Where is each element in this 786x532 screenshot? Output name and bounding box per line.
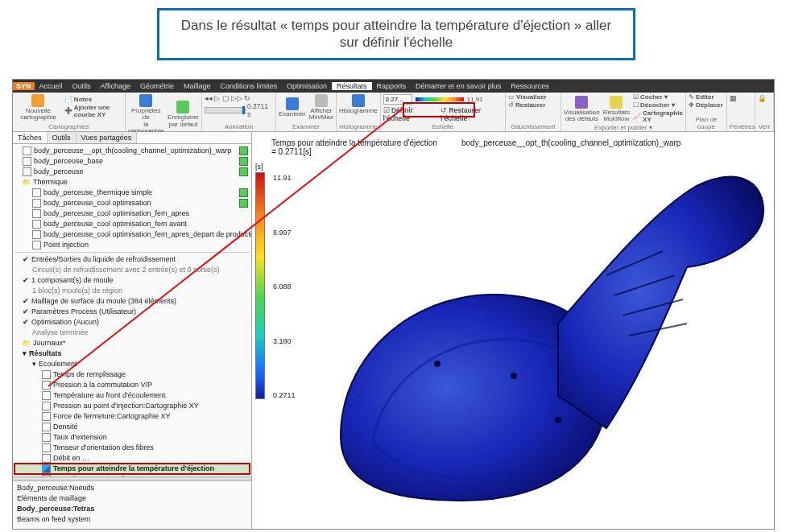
uncheck-button[interactable]: ☐ Décocher ▾ bbox=[633, 102, 683, 109]
ribbon-group-label: Plan de coupe bbox=[689, 116, 724, 130]
minmax-button[interactable]: Afficher Min/Max bbox=[309, 94, 333, 122]
tree-item-ejection-temp-time[interactable]: Temps pour atteindre la température d'éj… bbox=[14, 464, 250, 474]
examine-button[interactable]: Examiner bbox=[279, 97, 306, 118]
study-name-label: body_perceuse__opt_th(cooling_channel_op… bbox=[461, 138, 681, 147]
warp-restore-button[interactable]: ↺ Restaurer bbox=[508, 102, 558, 109]
save-default-button[interactable]: Enregistrer par défaut bbox=[168, 101, 199, 128]
menu-item[interactable]: Conditions limites bbox=[215, 82, 282, 90]
ribbon-group-label: Echelle bbox=[383, 123, 503, 130]
moldflow-results-button[interactable]: Résultats Moldflow bbox=[603, 96, 630, 123]
carto-props-button[interactable]: Propriétés de la cartographie bbox=[128, 94, 164, 135]
ribbon-group-label: Fenêtres bbox=[730, 123, 752, 130]
define-scale-button[interactable]: ☑ Définir l'échelle bbox=[383, 106, 436, 122]
ribbon-group-label: Gauchissement bbox=[508, 123, 558, 130]
menu-item[interactable]: Démarrer et en savoir plus bbox=[411, 82, 506, 90]
result-title: Temps pour atteindre la température d'éj… bbox=[271, 138, 437, 156]
ribbon-group-label: Cartographies bbox=[15, 123, 122, 130]
restore-scale-button[interactable]: ↺ Restaurer l'échelle bbox=[441, 106, 503, 122]
tab-taches[interactable]: Tâches bbox=[13, 132, 48, 143]
defects-view-button[interactable]: Visualisation des défauts bbox=[564, 96, 600, 123]
left-tabs: Tâches Outils Vues partagées bbox=[13, 132, 251, 144]
mesh-tree[interactable]: Body_perceuse:Noeuds Eléments de maillag… bbox=[13, 481, 251, 530]
color-scale-bar bbox=[255, 172, 265, 399]
menu-item[interactable]: Rapports bbox=[372, 82, 412, 90]
ribbon-group-label: Examiner bbox=[279, 123, 333, 130]
svg-point-6 bbox=[555, 417, 561, 423]
notes-button[interactable]: 📄 Notes bbox=[64, 97, 122, 104]
tab-outils[interactable]: Outils bbox=[48, 132, 77, 143]
ribbon-group-label: Verr bbox=[758, 123, 771, 130]
carto-xy-button[interactable]: 📈 Cartographie XY bbox=[633, 110, 683, 125]
check-button[interactable]: ☑ Cocher ▾ bbox=[633, 94, 683, 101]
svg-point-4 bbox=[434, 361, 441, 367]
part-render bbox=[316, 155, 767, 517]
study-tree[interactable]: body_perceuse__opt_th(cooling_channel_op… bbox=[13, 144, 251, 476]
animation-slider[interactable]: 0.2711 s bbox=[205, 102, 273, 118]
add-curve-button[interactable]: ➕ Ajouter une courbe XY bbox=[64, 105, 122, 119]
instruction-banner: Dans le résultat « temps pour atteindre … bbox=[157, 8, 635, 60]
viewport-3d[interactable]: Temps pour atteindre la température d'éj… bbox=[252, 132, 774, 530]
app-tag: SYN bbox=[13, 82, 35, 90]
menu-item[interactable]: Ressources bbox=[506, 82, 554, 90]
warp-visualize-button[interactable]: ▭ Visualiser bbox=[508, 94, 558, 101]
new-map-button[interactable]: Nouvelle cartographie bbox=[15, 94, 61, 122]
menu-item[interactable]: Affichage bbox=[96, 82, 135, 90]
ribbon: Nouvelle cartographie 📄 Notes ➕ Ajouter … bbox=[13, 93, 774, 132]
menubar: SYN Accueil Outils Affichage Géométrie M… bbox=[13, 80, 774, 93]
menu-item[interactable]: Géométrie bbox=[135, 82, 179, 90]
menu-item[interactable]: Optimisation bbox=[282, 82, 332, 90]
edit-cutplane-button[interactable]: ✎ Editer bbox=[689, 94, 724, 101]
tab-vues[interactable]: Vues partagées bbox=[77, 132, 138, 143]
ribbon-group-label: Exporter et publier ▾ bbox=[564, 124, 683, 131]
svg-point-5 bbox=[511, 373, 517, 379]
menu-item[interactable]: Outils bbox=[68, 82, 96, 90]
scale-min-input[interactable] bbox=[383, 94, 412, 105]
menu-item[interactable]: Maillage bbox=[179, 82, 216, 90]
color-scale: [s] 11.91 8.997 6.088 3.180 0.2711 bbox=[255, 163, 291, 399]
menu-item-resultats[interactable]: Résultats bbox=[332, 82, 372, 90]
animation-timeline[interactable]: ◂◂ ▷ ▢ ▷▷ ↻ bbox=[205, 94, 273, 102]
histogram-button[interactable]: Histogramme bbox=[339, 94, 378, 114]
move-cutplane-button[interactable]: ✥ Déplacer bbox=[689, 102, 724, 109]
app-window: SYN Accueil Outils Affichage Géométrie M… bbox=[12, 79, 775, 530]
menu-item[interactable]: Accueil bbox=[35, 82, 68, 90]
ribbon-group-label: Histogramme bbox=[339, 123, 378, 130]
ribbon-group-label: Animation bbox=[205, 123, 273, 130]
left-pane: Tâches Outils Vues partagées body_perceu… bbox=[13, 132, 252, 530]
